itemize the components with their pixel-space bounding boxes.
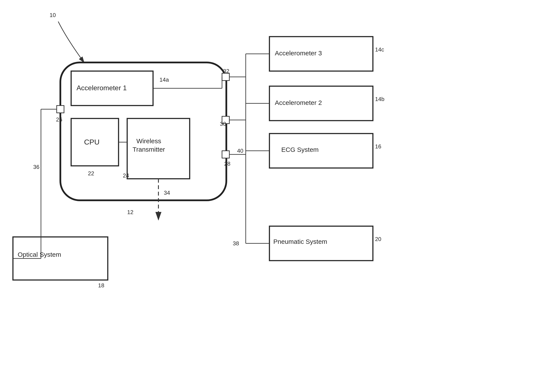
accel1-label: Accelerometer 1: [76, 84, 127, 92]
ref-12: 12: [127, 209, 133, 216]
connector-26: [57, 106, 64, 113]
ref-34: 34: [164, 190, 170, 196]
ref-14b: 14b: [375, 96, 384, 103]
diagram-svg: [0, 0, 538, 392]
ref-24: 24: [123, 172, 129, 179]
accel3-label: Accelerometer 3: [275, 50, 322, 57]
ref-40: 40: [237, 148, 243, 154]
main-device-outline: [60, 62, 226, 200]
ref-20: 20: [375, 236, 381, 243]
ref-32: 32: [223, 68, 229, 75]
cpu-label: CPU: [84, 138, 99, 146]
ref-38: 38: [233, 240, 239, 247]
wireless-label: WirelessTransmitter: [132, 137, 165, 154]
ref-14a: 14a: [160, 76, 169, 83]
pneumatic-label: Pneumatic System: [273, 238, 327, 245]
ref-16: 16: [375, 143, 381, 150]
ref-10: 10: [50, 12, 56, 19]
accel2-label: Accelerometer 2: [275, 99, 322, 106]
ref-30: 30: [220, 121, 226, 127]
ref-22: 22: [88, 170, 94, 177]
optical-label: Optical System: [18, 251, 61, 258]
connector-28: [222, 151, 229, 158]
ref-14c: 14c: [375, 46, 384, 53]
ref-18: 18: [98, 282, 104, 289]
ecg-label: ECG System: [281, 146, 319, 153]
ref-26: 26: [56, 116, 62, 123]
ref-36: 36: [33, 164, 39, 170]
ref-28: 28: [224, 160, 230, 167]
